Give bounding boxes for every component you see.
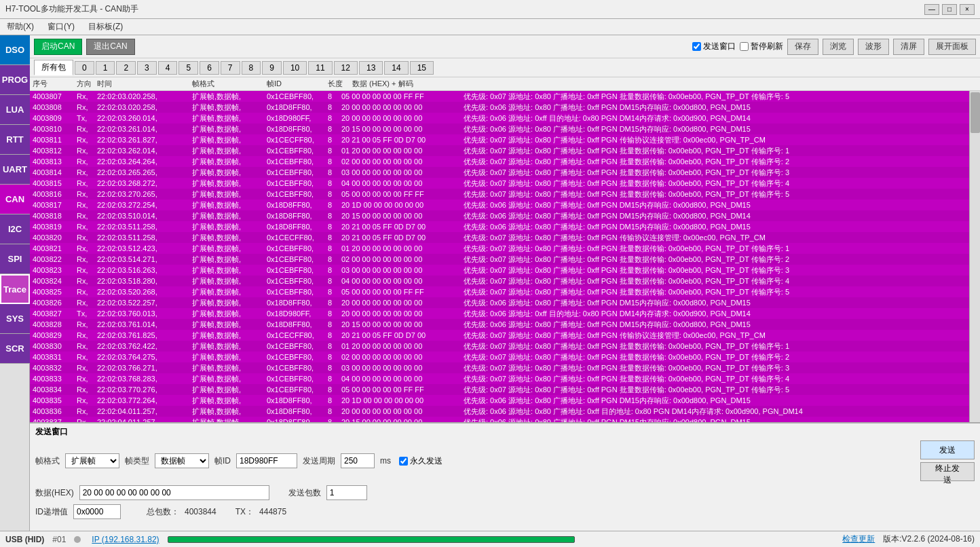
sidebar-item-sys[interactable]: SYS	[0, 304, 30, 334]
toolbar: 启动CAN 退出CAN 发送窗口 暂停刷新 保存 浏览 波形 清屏 展开面板	[30, 35, 980, 58]
send-window-label: 发送窗口	[703, 41, 736, 52]
data-hex-input[interactable]	[79, 485, 269, 500]
send-count-input[interactable]	[326, 485, 367, 500]
tx-label: TX：	[235, 506, 254, 518]
table-row[interactable]: 4003824 Rx, 22:02:03.518.280, 扩展帧,数据帧, 0…	[30, 276, 969, 286]
table-row[interactable]: 4003829 Rx, 22:02:03.761.825, 扩展帧,数据帧, 0…	[30, 330, 969, 341]
scrollbar[interactable]	[969, 91, 980, 422]
sidebar: DSO PROG LUA RTT UART CAN I2C SPI Trace …	[0, 35, 30, 531]
clear-button[interactable]: 清屏	[893, 39, 924, 55]
sidebar-item-scr[interactable]: SCR	[0, 334, 30, 364]
filter-tab-13[interactable]: 13	[359, 61, 383, 75]
filter-tab-15[interactable]: 15	[410, 61, 434, 75]
menu-window[interactable]: 窗口(Y)	[43, 20, 79, 34]
table-row[interactable]: 4003821 Rx, 22:02:03.512.423, 扩展帧,数据帧, 0…	[30, 243, 969, 254]
connection-dot	[74, 536, 81, 543]
send-period-input[interactable]	[341, 453, 375, 468]
sidebar-item-uart[interactable]: UART	[0, 155, 30, 185]
expand-button[interactable]: 展开面板	[928, 39, 976, 55]
table-row[interactable]: 4003817 Rx, 22:02:03.272.254, 扩展帧,数据帧, 0…	[30, 200, 969, 210]
table-row[interactable]: 4003809 Tx, 22:02:03.260.014, 扩展帧,数据帧, 0…	[30, 113, 969, 124]
frame-type-select[interactable]: 数据帧 远程帧	[155, 453, 209, 468]
table-row[interactable]: 4003826 Rx, 22:02:03.522.257, 扩展帧,数据帧, 0…	[30, 297, 969, 308]
filter-tab-6[interactable]: 6	[200, 61, 219, 75]
table-row[interactable]: 4003827 Tx, 22:02:03.760.013, 扩展帧,数据帧, 0…	[30, 308, 969, 319]
table-row[interactable]: 4003828 Rx, 22:02:03.761.014, 扩展帧,数据帧, 0…	[30, 319, 969, 330]
menu-target[interactable]: 目标板(Z)	[84, 20, 127, 34]
table-row[interactable]: 4003811 Rx, 22:02:03.261.827, 扩展帧,数据帧, 0…	[30, 134, 969, 145]
table-row[interactable]: 4003836 Rx, 22:02:04.011.257, 扩展帧,数据帧, 0…	[30, 406, 969, 417]
filter-tab-1[interactable]: 1	[96, 61, 115, 75]
filter-tab-5[interactable]: 5	[178, 61, 198, 75]
start-can-button[interactable]: 启动CAN	[34, 39, 82, 55]
stop-can-button[interactable]: 退出CAN	[86, 39, 134, 55]
frame-id-input[interactable]: 18D980FF	[236, 453, 297, 468]
wave-button[interactable]: 波形	[858, 39, 889, 55]
close-button[interactable]: ×	[960, 4, 975, 15]
forever-checkbox[interactable]	[399, 457, 408, 466]
table-row[interactable]: 4003837 Rx, 22:02:04.011.257, 扩展帧,数据帧, 0…	[30, 417, 969, 422]
table-row[interactable]: 4003812 Rx, 22:02:03.262.014, 扩展帧,数据帧, 0…	[30, 145, 969, 156]
table-row[interactable]: 4003813 Rx, 22:02:03.264.264, 扩展帧,数据帧, 0…	[30, 156, 969, 167]
stop-send-button[interactable]: 终止发送	[920, 462, 975, 481]
data-table[interactable]: 4003807 Rx, 22:02:03.020.258, 扩展帧,数据帧, 0…	[30, 91, 969, 422]
sidebar-item-dso[interactable]: DSO	[0, 35, 30, 65]
table-row[interactable]: 4003835 Rx, 22:02:03.772.264, 扩展帧,数据帧, 0…	[30, 395, 969, 406]
table-row[interactable]: 4003820 Rx, 22:02:03.511.258, 扩展帧,数据帧, 0…	[30, 232, 969, 243]
sidebar-item-spi[interactable]: SPI	[0, 244, 30, 274]
filter-tabs: 所有包 0 1 2 3 4 5 6 7 8 9 10 11 12 13 14 1…	[30, 58, 980, 77]
table-row[interactable]: 4003816 Rx, 22:02:03.270.265, 扩展帧,数据帧, 0…	[30, 189, 969, 200]
table-row[interactable]: 4003810 Rx, 22:02:03.261.014, 扩展帧,数据帧, 0…	[30, 124, 969, 134]
sidebar-item-trace[interactable]: Trace	[0, 274, 30, 304]
tx-value: 444875	[259, 507, 286, 516]
sidebar-item-can[interactable]: CAN	[0, 185, 30, 214]
filter-tab-9[interactable]: 9	[262, 61, 282, 75]
table-row[interactable]: 4003819 Rx, 22:02:03.511.258, 扩展帧,数据帧, 0…	[30, 221, 969, 232]
send-row-1: 帧格式 扩展帧 标准帧 帧类型 数据帧 远程帧 帧ID 18D980FF 发送周…	[35, 440, 975, 481]
filter-tab-10[interactable]: 10	[283, 61, 307, 75]
total-value: 4003844	[185, 507, 216, 516]
table-row[interactable]: 4003825 Rx, 22:02:03.520.268, 扩展帧,数据帧, 0…	[30, 286, 969, 297]
table-row[interactable]: 4003834 Rx, 22:02:03.770.276, 扩展帧,数据帧, 0…	[30, 384, 969, 395]
table-row[interactable]: 4003833 Rx, 22:02:03.768.283, 扩展帧,数据帧, 0…	[30, 373, 969, 384]
sidebar-item-i2c[interactable]: I2C	[0, 214, 30, 244]
check-update-link[interactable]: 检查更新	[842, 533, 875, 545]
filter-tab-3[interactable]: 3	[137, 61, 157, 75]
table-row[interactable]: 4003815 Rx, 22:02:03.268.272, 扩展帧,数据帧, 0…	[30, 178, 969, 189]
filter-tab-4[interactable]: 4	[158, 61, 178, 75]
filter-tab-12[interactable]: 12	[334, 61, 358, 75]
table-row[interactable]: 4003814 Rx, 22:02:03.265.265, 扩展帧,数据帧, 0…	[30, 167, 969, 178]
maximize-button[interactable]: □	[942, 4, 957, 15]
filter-tab-all[interactable]: 所有包	[34, 60, 73, 75]
table-row[interactable]: 4003831 Rx, 22:02:03.764.275, 扩展帧,数据帧, 0…	[30, 352, 969, 362]
id-offset-input[interactable]	[73, 504, 121, 519]
pause-checkbox[interactable]	[740, 42, 749, 51]
ip-address[interactable]: IP (192.168.31.82)	[92, 535, 159, 544]
frame-format-select[interactable]: 扩展帧 标准帧	[65, 453, 119, 468]
titlebar: H7-TOOL多功能开发工具 - CAN助手 — □ ×	[0, 0, 980, 19]
minimize-button[interactable]: —	[924, 4, 939, 15]
sidebar-item-lua[interactable]: LUA	[0, 95, 30, 125]
filter-tab-0[interactable]: 0	[75, 61, 94, 75]
browse-button[interactable]: 浏览	[823, 39, 854, 55]
table-row[interactable]: 4003830 Rx, 22:02:03.762.422, 扩展帧,数据帧, 0…	[30, 341, 969, 352]
filter-tab-2[interactable]: 2	[116, 61, 136, 75]
sidebar-item-rtt[interactable]: RTT	[0, 125, 30, 155]
send-button[interactable]: 发送	[920, 440, 975, 459]
filter-tab-8[interactable]: 8	[242, 61, 261, 75]
filter-tab-7[interactable]: 7	[221, 61, 240, 75]
table-row[interactable]: 4003807 Rx, 22:02:03.020.258, 扩展帧,数据帧, 0…	[30, 91, 969, 102]
send-window-checkbox[interactable]	[692, 42, 701, 51]
table-row[interactable]: 4003823 Rx, 22:02:03.516.263, 扩展帧,数据帧, 0…	[30, 265, 969, 276]
table-row[interactable]: 4003832 Rx, 22:02:03.766.271, 扩展帧,数据帧, 0…	[30, 362, 969, 373]
sidebar-item-prog[interactable]: PROG	[0, 65, 30, 95]
filter-tab-14[interactable]: 14	[384, 61, 408, 75]
menu-help[interactable]: 帮助(X)	[3, 20, 38, 34]
table-row[interactable]: 4003808 Rx, 22:02:03.020.258, 扩展帧,数据帧, 0…	[30, 102, 969, 113]
save-button[interactable]: 保存	[787, 39, 818, 55]
table-row[interactable]: 4003822 Rx, 22:02:03.514.271, 扩展帧,数据帧, 0…	[30, 254, 969, 265]
table-row[interactable]: 4003818 Rx, 22:02:03.510.014, 扩展帧,数据帧, 0…	[30, 210, 969, 221]
status-right: 检查更新 版本:V2.2.6 (2024-08-16)	[842, 533, 975, 545]
filter-tab-11[interactable]: 11	[308, 61, 332, 75]
window-controls: — □ ×	[924, 4, 975, 15]
